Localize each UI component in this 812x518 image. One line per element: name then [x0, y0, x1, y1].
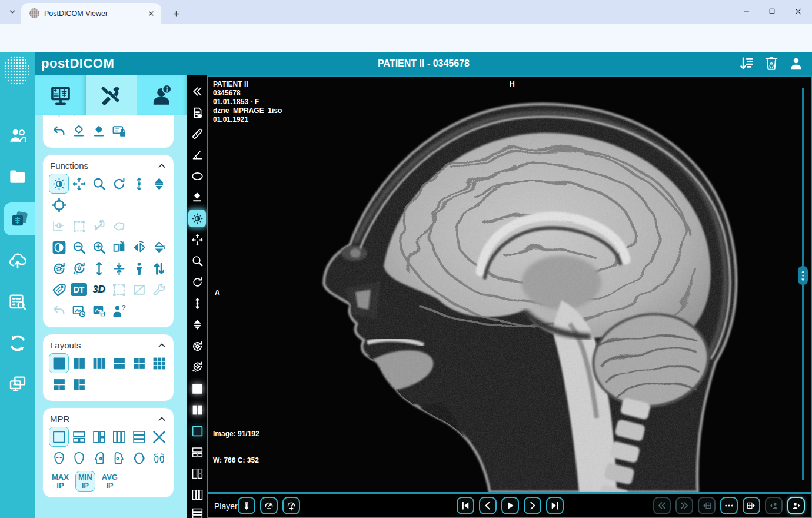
play-down-button[interactable]: [238, 497, 255, 514]
strip-ellipse-icon[interactable]: [187, 166, 207, 186]
strip-reset-rotate-icon[interactable]: [187, 336, 207, 356]
strip-rotate-icon[interactable]: [187, 272, 207, 292]
person-stand-icon[interactable]: [129, 258, 149, 278]
angle-probe-icon[interactable]: [89, 115, 109, 120]
speed-up-button[interactable]: [282, 497, 300, 514]
strip-layout-1x2-icon[interactable]: [187, 400, 207, 420]
window-maximize-button[interactable]: [759, 0, 785, 22]
head-left-icon[interactable]: [89, 448, 109, 468]
zoom-out-icon[interactable]: [69, 237, 89, 257]
mpr-single-icon[interactable]: [49, 427, 69, 447]
sidebar-item-folder[interactable]: [0, 160, 35, 193]
layout-1x2-icon[interactable]: [69, 353, 89, 373]
layout-t2b-icon[interactable]: [49, 374, 69, 394]
reset-sparkle-icon[interactable]: [69, 258, 89, 278]
strip-wl-icon[interactable]: [187, 208, 207, 228]
tab-close-icon[interactable]: [146, 8, 157, 19]
slice-slider-thumb[interactable]: ▲●▼: [798, 266, 808, 285]
layout-1x3-icon[interactable]: [89, 353, 109, 373]
threed-icon[interactable]: 3D: [89, 280, 109, 300]
rotate-icon[interactable]: [109, 174, 129, 194]
panel-tab-monitor-xray[interactable]: [35, 75, 86, 115]
invert-icon[interactable]: [49, 237, 69, 257]
probe-icon[interactable]: [69, 115, 89, 120]
person-question-icon[interactable]: ?: [109, 301, 129, 321]
scroll-v-icon[interactable]: [129, 174, 149, 194]
sort-updown-icon[interactable]: [149, 258, 169, 278]
more-button[interactable]: [720, 497, 738, 514]
image-save-icon[interactable]: [89, 301, 109, 321]
grid-next-button[interactable]: [743, 497, 760, 514]
head-top-icon[interactable]: [129, 448, 149, 468]
target-circle-icon[interactable]: [49, 195, 69, 215]
sidebar-item-people[interactable]: [0, 119, 35, 152]
strip-eraser-icon[interactable]: [187, 187, 207, 207]
strip-mpr-l2r-icon[interactable]: [187, 463, 207, 483]
panel-tab-user-info[interactable]: [137, 75, 187, 115]
sidebar-item-screens-share[interactable]: [0, 367, 35, 400]
image-clock-icon[interactable]: [69, 301, 89, 321]
mpr-3col-icon[interactable]: [109, 427, 129, 447]
strip-mpr-single-icon[interactable]: [187, 421, 207, 441]
collapse-chevron-icon[interactable]: [157, 414, 167, 424]
mpr-3row-icon[interactable]: [129, 427, 149, 447]
nav-first-button[interactable]: [457, 497, 474, 514]
tab-search-button[interactable]: [5, 4, 20, 19]
strip-mpr-3col-icon[interactable]: [187, 484, 207, 504]
layout-l2r-icon[interactable]: [69, 374, 89, 394]
panel-tab-tools[interactable]: [86, 75, 137, 115]
collapse-chevron-icon[interactable]: [157, 341, 167, 350]
person-next-button[interactable]: [787, 497, 805, 514]
sidebar-item-list-search[interactable]: [0, 285, 35, 318]
head-back-icon[interactable]: [69, 448, 89, 468]
collapse-chevron-icon[interactable]: [157, 161, 167, 171]
magnify-icon[interactable]: [89, 174, 109, 194]
strip-reset-sparkle-icon[interactable]: [187, 357, 207, 377]
strip-mpr-t2b-icon[interactable]: [187, 442, 207, 462]
speed-down-button[interactable]: [260, 497, 278, 514]
new-tab-button[interactable]: [168, 6, 184, 21]
sidebar-item-xray-stack[interactable]: [4, 202, 35, 235]
image-viewport[interactable]: PATIENT II034567801.01.1853 - Fdzne_MPRA…: [207, 75, 812, 493]
sidebar-item-cloud-upload[interactable]: [0, 244, 35, 277]
layout-3x3-icon[interactable]: [149, 353, 169, 373]
strip-scroll-v-icon[interactable]: [187, 293, 207, 313]
undo-icon[interactable]: [49, 121, 69, 141]
expand-v-icon[interactable]: [89, 258, 109, 278]
nav-last-button[interactable]: [546, 497, 564, 514]
feet-icon[interactable]: [149, 448, 169, 468]
min-ip-button[interactable]: MINIP: [75, 471, 95, 492]
strip-pan-icon[interactable]: [187, 230, 207, 250]
strip-report-eye-icon[interactable]: [187, 102, 207, 122]
trash-recycle-button[interactable]: [764, 56, 779, 71]
tag-icon[interactable]: [49, 280, 69, 300]
layout-2x2-icon[interactable]: [129, 353, 149, 373]
head-front-icon[interactable]: [49, 448, 69, 468]
head-right-icon[interactable]: [109, 448, 129, 468]
strip-cine-icon[interactable]: [187, 314, 207, 334]
flip-v-icon[interactable]: [149, 237, 169, 257]
reset-rotate-icon[interactable]: [49, 258, 69, 278]
cine-icon[interactable]: [149, 174, 169, 194]
nav-next-button[interactable]: [524, 497, 541, 514]
flip-page-icon[interactable]: [109, 237, 129, 257]
zoom-in-icon[interactable]: [89, 237, 109, 257]
collapse-v-icon[interactable]: [109, 258, 129, 278]
wl-icon[interactable]: [49, 174, 69, 194]
sort-list-button[interactable]: [739, 56, 754, 71]
max-ip-button[interactable]: MAXIP: [49, 471, 72, 492]
eraser-open-icon[interactable]: [69, 121, 89, 141]
screen-lock-icon[interactable]: [109, 121, 129, 141]
strip-ruler-icon[interactable]: [187, 124, 207, 144]
nav-play-button[interactable]: [501, 497, 519, 514]
strip-angle-icon[interactable]: [187, 145, 207, 165]
baseline-icon[interactable]: [129, 115, 149, 120]
nav-prev-button[interactable]: [479, 497, 497, 514]
strip-layout-1x1-icon[interactable]: [187, 378, 207, 399]
layout-2row-icon[interactable]: [109, 353, 129, 373]
strip-chevrons-left-icon[interactable]: [187, 81, 207, 101]
freehand-icon[interactable]: [109, 115, 129, 120]
layout-1x1-icon[interactable]: [49, 353, 69, 373]
strip-magnify-icon[interactable]: [187, 251, 207, 271]
dt-icon[interactable]: DT: [69, 280, 89, 300]
